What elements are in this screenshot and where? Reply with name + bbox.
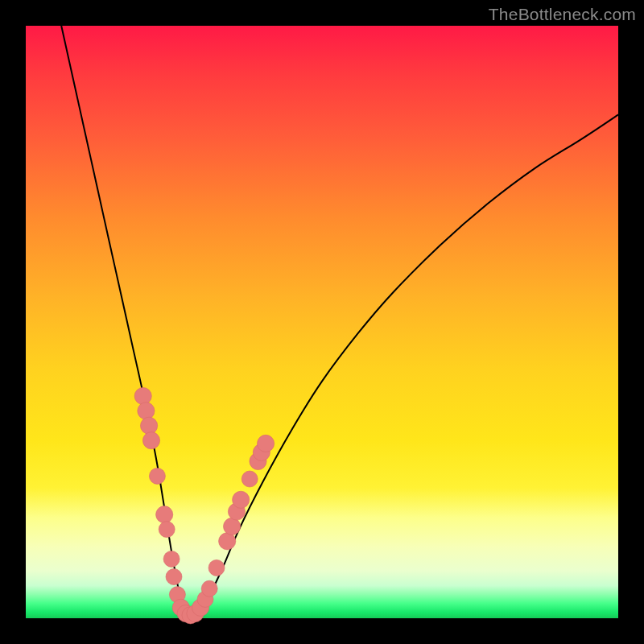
curve-marker xyxy=(134,387,151,404)
watermark-label: TheBottleneck.com xyxy=(489,5,636,24)
chart-plot-area xyxy=(26,26,618,618)
bottleneck-curve xyxy=(61,26,618,615)
chart-frame: TheBottleneck.com xyxy=(0,0,644,644)
curve-marker xyxy=(224,518,241,535)
curve-marker xyxy=(149,468,165,484)
curve-marker xyxy=(208,559,225,576)
curve-marker xyxy=(201,580,217,597)
chart-svg xyxy=(26,26,618,618)
curve-marker xyxy=(163,551,180,567)
curve-marker xyxy=(142,432,159,449)
curve-marker xyxy=(159,522,175,538)
curve-marker xyxy=(258,435,275,452)
curve-marker xyxy=(233,491,250,508)
curve-marker xyxy=(219,533,236,550)
curve-markers xyxy=(134,387,275,624)
curve-marker xyxy=(242,471,258,487)
curve-marker xyxy=(141,417,158,434)
curve-marker xyxy=(156,506,173,523)
curve-marker xyxy=(166,569,182,585)
curve-marker xyxy=(138,402,155,419)
